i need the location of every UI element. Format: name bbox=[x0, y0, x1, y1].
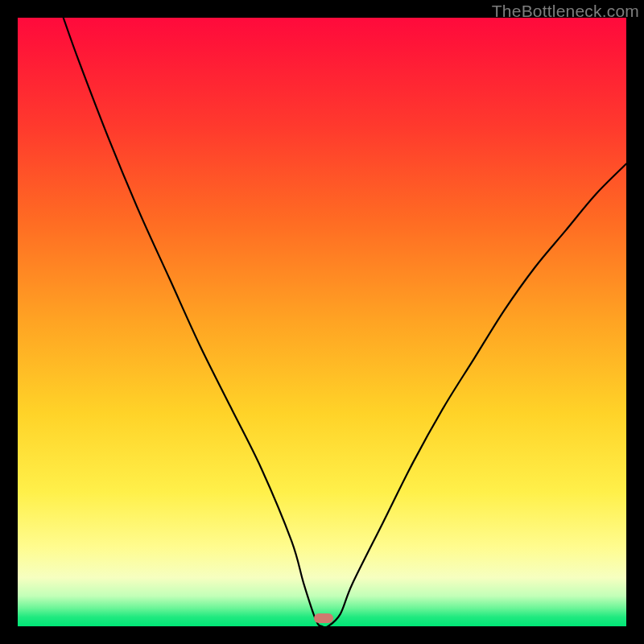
watermark-text: TheBottleneck.com bbox=[492, 2, 639, 21]
chart-stage: TheBottleneck.com bbox=[0, 0, 644, 644]
bottleneck-curve bbox=[64, 18, 626, 626]
optimal-point-marker bbox=[314, 613, 333, 623]
curve-svg bbox=[18, 18, 626, 626]
plot-area bbox=[18, 18, 626, 626]
